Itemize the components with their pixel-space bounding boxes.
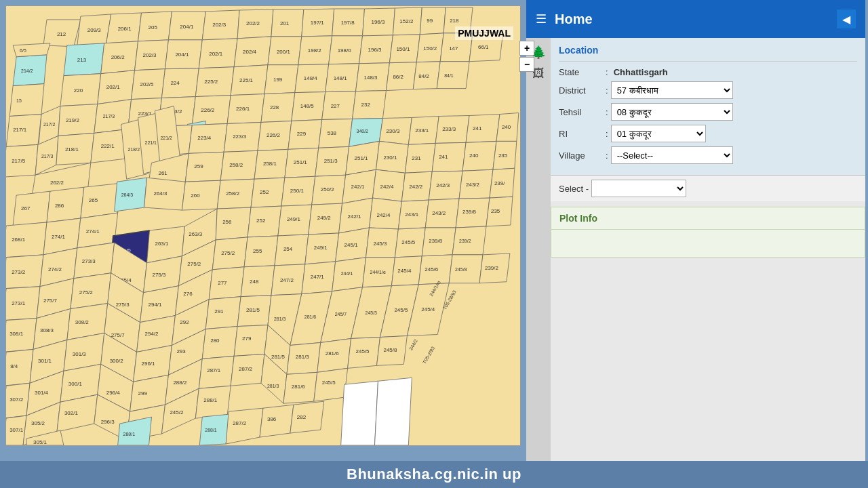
svg-text:204/1: 204/1 — [175, 52, 189, 58]
svg-text:286: 286 — [55, 203, 64, 209]
svg-text:239/8: 239/8 — [462, 209, 477, 215]
svg-text:276: 276 — [183, 291, 193, 297]
svg-text:250/2: 250/2 — [321, 186, 335, 192]
select-dropdown[interactable] — [591, 180, 686, 197]
svg-text:239/8: 239/8 — [429, 238, 443, 244]
svg-text:281/6: 281/6 — [304, 314, 317, 319]
svg-text:225/1: 225/1 — [239, 77, 254, 83]
svg-text:245/1: 245/1 — [344, 242, 359, 248]
svg-text:235: 235 — [491, 208, 500, 214]
svg-text:308/2: 308/2 — [75, 319, 90, 325]
svg-text:196/3: 196/3 — [368, 47, 382, 53]
svg-text:239/2: 239/2 — [485, 265, 499, 271]
map-svg: 212 209/3 206/1 205 204/1 202/3 202/2 20… — [6, 6, 520, 445]
svg-text:243/2: 243/2 — [466, 182, 480, 188]
svg-text:300/2: 300/2 — [110, 358, 124, 364]
svg-text:218: 218 — [450, 18, 459, 24]
panel-header: ☰ Home ◀ — [526, 0, 865, 38]
village-select[interactable]: --Select-- — [611, 146, 733, 164]
svg-text:233/1: 233/1 — [415, 127, 429, 134]
svg-text:199: 199 — [273, 77, 283, 83]
svg-marker-181 — [13, 191, 50, 226]
svg-marker-25 — [420, 7, 446, 35]
svg-text:249/1: 249/1 — [314, 245, 328, 251]
svg-marker-69 — [161, 68, 199, 98]
svg-text:99: 99 — [427, 18, 433, 24]
svg-text:245/2: 245/2 — [170, 409, 184, 415]
svg-text:227: 227 — [331, 103, 340, 109]
svg-text:241: 241 — [439, 154, 448, 160]
svg-marker-35 — [9, 84, 44, 117]
svg-text:214/2: 214/2 — [21, 68, 33, 73]
svg-text:275/7: 275/7 — [111, 332, 125, 338]
map-container[interactable]: 212 209/3 206/1 205 204/1 202/3 202/2 20… — [5, 5, 521, 446]
svg-text:275/3: 275/3 — [153, 272, 167, 278]
svg-text:287/2: 287/2 — [239, 366, 253, 372]
ri-select[interactable]: 01 कुकदूर — [611, 125, 706, 142]
svg-text:148/4: 148/4 — [304, 75, 318, 81]
svg-text:222/1: 222/1 — [101, 143, 115, 149]
svg-text:268/1: 268/1 — [12, 237, 26, 243]
ri-label: RI — [559, 129, 603, 139]
district-row: District : 57 कबीरधाम — [559, 81, 857, 99]
svg-text:301/3: 301/3 — [73, 351, 87, 357]
svg-text:244/1: 244/1 — [341, 271, 353, 276]
svg-text:247/1: 247/1 — [311, 274, 325, 280]
svg-text:256: 256 — [222, 219, 232, 225]
ri-row: RI : 01 कुकदूर — [559, 125, 857, 142]
svg-text:273/2: 273/2 — [12, 269, 26, 275]
svg-marker-409 — [341, 381, 378, 445]
svg-marker-410 — [374, 378, 412, 445]
svg-text:223/4: 223/4 — [197, 135, 212, 141]
svg-text:230/3: 230/3 — [386, 128, 400, 134]
svg-text:245/5: 245/5 — [394, 307, 408, 313]
svg-text:287/2: 287/2 — [233, 420, 247, 426]
svg-text:245/3: 245/3 — [373, 241, 387, 247]
location-section: Location State : Chhattisgarh District :… — [551, 38, 865, 176]
svg-text:258/2: 258/2 — [226, 190, 240, 197]
state-row: State : Chhattisgarh — [559, 67, 857, 77]
svg-text:249/2: 249/2 — [317, 215, 332, 221]
svg-text:245/5: 245/5 — [356, 348, 370, 354]
chevron-button[interactable]: ◀ — [837, 9, 856, 28]
svg-text:213: 213 — [77, 57, 87, 63]
svg-text:308/3: 308/3 — [40, 327, 54, 333]
svg-text:243/1: 243/1 — [405, 211, 419, 218]
svg-text:263/1: 263/1 — [155, 241, 169, 247]
svg-text:217/5: 217/5 — [12, 158, 26, 164]
svg-text:281/5: 281/5 — [246, 307, 260, 313]
zoom-out-button[interactable]: − — [519, 57, 534, 72]
svg-text:259: 259 — [194, 163, 203, 169]
svg-text:217/1: 217/1 — [13, 127, 27, 133]
zoom-in-button[interactable]: + — [519, 41, 534, 56]
svg-text:204/1: 204/1 — [180, 24, 194, 30]
svg-text:226/1: 226/1 — [236, 106, 250, 112]
panel-title: Home — [555, 12, 593, 27]
panel-content: Location State : Chhattisgarh District :… — [551, 38, 865, 474]
svg-text:280: 280 — [210, 338, 220, 344]
svg-text:305/2: 305/2 — [31, 420, 45, 426]
svg-text:275/2: 275/2 — [187, 261, 201, 267]
hamburger-icon[interactable]: ☰ — [536, 12, 547, 26]
svg-text:296/4: 296/4 — [106, 390, 121, 396]
tehsil-row: Tehsil : 08 कुकदूर — [559, 103, 857, 121]
svg-text:226/2: 226/2 — [201, 107, 215, 113]
svg-text:217/3: 217/3 — [41, 154, 54, 159]
svg-text:281/6: 281/6 — [292, 384, 306, 390]
svg-marker-347 — [202, 327, 237, 359]
svg-text:231: 231 — [412, 155, 421, 161]
svg-marker-175 — [462, 141, 496, 171]
svg-text:281/5: 281/5 — [271, 354, 285, 360]
svg-text:300/1: 300/1 — [68, 381, 83, 387]
district-select[interactable]: 57 कबीरधाम — [611, 81, 733, 99]
svg-text:202/1: 202/1 — [106, 84, 121, 90]
svg-text:263/3: 263/3 — [189, 231, 203, 237]
tehsil-select[interactable]: 08 कुकदूर — [611, 103, 733, 121]
svg-text:254: 254 — [283, 246, 293, 252]
svg-text:197/1: 197/1 — [311, 20, 325, 26]
svg-text:245/4: 245/4 — [397, 268, 412, 274]
svg-text:224: 224 — [170, 80, 180, 86]
svg-text:245/7: 245/7 — [335, 312, 347, 317]
svg-text:243/2: 243/2 — [432, 210, 446, 216]
svg-text:217/2: 217/2 — [43, 122, 56, 127]
